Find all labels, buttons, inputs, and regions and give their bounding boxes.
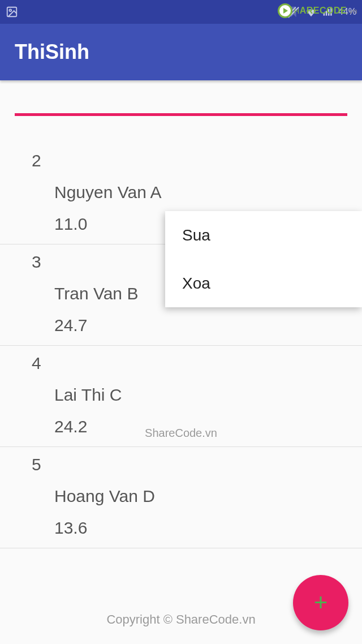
item-name: Nguyen Van A <box>54 183 347 202</box>
watermark-center: ShareCode.vn <box>145 427 217 440</box>
picture-icon <box>6 6 18 18</box>
plus-icon: + <box>314 589 328 616</box>
context-menu: Sua Xoa <box>165 211 362 307</box>
list-item[interactable]: 5 Hoang Van D 13.6 <box>0 447 362 548</box>
item-name: Hoang Van D <box>54 487 347 506</box>
item-name: Lai Thi C <box>54 385 347 405</box>
watermark-corner-text: HARECODE.vn <box>294 6 357 16</box>
watermark-bottom: Copyright © ShareCode.vn <box>106 612 255 627</box>
app-title: ThiSinh <box>15 40 89 64</box>
item-id: 4 <box>32 354 347 373</box>
item-score: 24.7 <box>54 316 347 335</box>
item-id: 2 <box>32 151 347 170</box>
sharecode-logo-icon <box>278 3 292 18</box>
add-fab[interactable]: + <box>293 575 348 630</box>
svg-point-1 <box>9 9 11 11</box>
item-id: 5 <box>32 455 347 474</box>
status-left <box>6 6 18 18</box>
main-content: 2 Nguyen Van A 11.0 3 Tran Van B 24.7 4 … <box>0 80 362 548</box>
item-score: 13.6 <box>54 518 347 538</box>
menu-delete[interactable]: Xoa <box>165 259 362 307</box>
menu-edit[interactable]: Sua <box>165 211 362 259</box>
header-divider <box>15 113 347 116</box>
app-bar: ThiSinh <box>0 24 362 80</box>
watermark-corner: HARECODE.vn <box>278 3 357 18</box>
